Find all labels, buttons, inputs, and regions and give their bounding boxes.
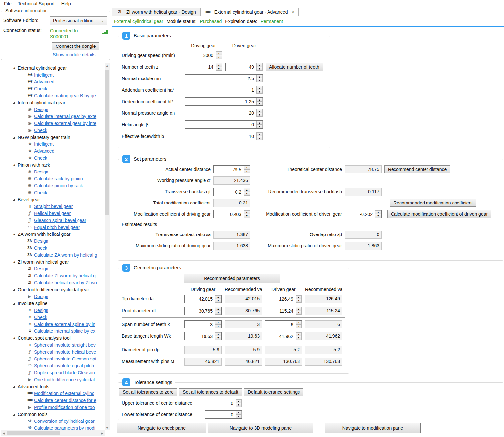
- modification-driving-spinner[interactable]: 0.403▲▼: [213, 210, 250, 218]
- allocate-teeth-button[interactable]: Allocate number of teeth: [266, 63, 323, 71]
- scroll-down-icon[interactable]: ▼: [105, 425, 110, 430]
- tree-item-link-design[interactable]: Design: [34, 266, 48, 271]
- tree-item-link-helical-bevel-gear[interactable]: Helical bevel gear: [34, 211, 71, 216]
- spin-up-icon[interactable]: ▲: [216, 51, 222, 55]
- menu-technical-support[interactable]: Technical Support: [15, 0, 58, 7]
- tree-item-link-check[interactable]: Check: [34, 315, 47, 320]
- collapse-icon[interactable]: ◢: [13, 302, 17, 305]
- collapse-icon[interactable]: ◢: [13, 260, 17, 264]
- tree-item-link-spherical-involute-equal-pitch[interactable]: Spherical involute equal pitch: [34, 363, 94, 368]
- menu-help[interactable]: Help: [58, 0, 74, 7]
- spin-down-icon[interactable]: ▼: [244, 169, 250, 173]
- tree-item-link-intelligent[interactable]: Intelligent: [34, 72, 54, 78]
- spin-up-icon[interactable]: ▲: [256, 63, 263, 67]
- collapse-icon[interactable]: ◢: [13, 198, 17, 201]
- actual-center-distance-spinner[interactable]: 79.5▲▼: [213, 165, 250, 173]
- tree-item-link-check[interactable]: Check: [34, 190, 47, 195]
- tree-item-link-calculate-parameters-by-modi[interactable]: Calculate parameters by modi: [34, 425, 95, 430]
- tree-group-one-tooth-difference-cycloidal-gear[interactable]: ◢One tooth difference cycloidal gear: [1, 286, 104, 293]
- connect-dongle-button[interactable]: Connect the dongle: [52, 42, 99, 50]
- tree-item-link-spherical-involute-straight-bev[interactable]: Spherical involute straight bev: [34, 342, 96, 348]
- set-all-tolerances-to-zero-button[interactable]: Set all tolerances to zero: [119, 388, 177, 396]
- spin-down-icon[interactable]: ▼: [296, 299, 302, 303]
- upper-tolerance-spinner[interactable]: 0▲▼: [205, 399, 242, 407]
- show-module-details-link[interactable]: Show module details: [53, 52, 95, 57]
- tree-group-external-cylindrical-gear[interactable]: ◢External cylindrical gear: [1, 64, 104, 71]
- tree-group-bevel-gear[interactable]: ◢Bevel gear: [1, 196, 104, 203]
- tree-item-link-advanced[interactable]: Advanced: [34, 79, 54, 84]
- tree-item-link-spherical-involute-helical-beve[interactable]: Spherical involute helical beve: [34, 349, 96, 355]
- base-tangent-length-wk-spinner-0[interactable]: 19.63▲▼: [184, 332, 222, 340]
- spin-down-icon[interactable]: ▼: [296, 324, 302, 328]
- facewidth-spinner[interactable]: 10▲▼: [185, 132, 263, 140]
- tree-item-link-design[interactable]: Design: [34, 294, 48, 299]
- span-number-of-teeth-k-spinner-0[interactable]: 3▲▼: [184, 320, 222, 328]
- collapse-icon[interactable]: ◢: [13, 163, 17, 167]
- spin-up-icon[interactable]: ▲: [256, 121, 263, 124]
- default-tolerance-settings-button[interactable]: Default tolerance settings: [244, 388, 303, 396]
- scroll-right-icon[interactable]: ▶: [100, 430, 105, 436]
- spin-down-icon[interactable]: ▼: [256, 90, 263, 94]
- tree-item-link-calculate-zi-worm-by-helical-g[interactable]: Calculate ZI worm by helical g: [34, 273, 96, 278]
- helix-angle-spinner[interactable]: 0▲▼: [185, 120, 263, 129]
- spin-down-icon[interactable]: ▼: [256, 124, 263, 128]
- scroll-up-icon[interactable]: ▲: [105, 63, 110, 68]
- modification-driven-spinner[interactable]: -0.202▲▼: [345, 210, 382, 218]
- close-icon[interactable]: ×: [291, 9, 294, 15]
- scrollbar-thumb[interactable]: [105, 70, 109, 215]
- spin-down-icon[interactable]: ▼: [256, 101, 263, 105]
- tree-item-link-calculate-pinion-by-rack[interactable]: Calculate pinion by rack: [34, 183, 83, 188]
- teeth-driven-spinner[interactable]: 49▲▼: [225, 63, 263, 71]
- tree-item-link-calculate-external-spline-by-in[interactable]: Calculate external spline by in: [34, 322, 95, 327]
- navigate-to-check-pane-button[interactable]: Navigate to check pane: [117, 423, 206, 433]
- tab-zi-worm-design[interactable]: ZI ZI worm with helical gear - Design: [112, 8, 200, 16]
- spin-up-icon[interactable]: ▲: [256, 132, 263, 136]
- navigate-to-modification-pane-button[interactable]: Navigate to modification pane: [325, 423, 421, 433]
- root-diameter-df-spinner-0[interactable]: 30.765▲▼: [184, 307, 222, 315]
- spin-up-icon[interactable]: ▲: [244, 166, 250, 169]
- collapse-icon[interactable]: ◢: [13, 413, 17, 416]
- collapse-icon[interactable]: ◢: [13, 233, 17, 236]
- scroll-left-icon[interactable]: ◀: [1, 430, 6, 436]
- spin-down-icon[interactable]: ▼: [236, 403, 242, 407]
- collapse-icon[interactable]: ◢: [13, 66, 17, 70]
- spin-down-icon[interactable]: ▼: [216, 67, 222, 71]
- tree-group-internal-cylindrical-gear[interactable]: ◢Internal cylindrical gear: [1, 99, 104, 106]
- tree-group-ngw-planetary-gear-train[interactable]: ◢NGW planetary gear train: [1, 134, 104, 140]
- spin-up-icon[interactable]: ▲: [256, 109, 263, 113]
- tree-item-link-equal-pitch-bevel-gear[interactable]: Equal pitch bevel gear: [34, 225, 80, 230]
- lower-tolerance-spinner[interactable]: 0▲▼: [205, 410, 242, 419]
- spin-up-icon[interactable]: ▲: [256, 75, 263, 78]
- spin-down-icon[interactable]: ▼: [215, 311, 221, 315]
- spin-up-icon[interactable]: ▲: [375, 210, 381, 214]
- spin-up-icon[interactable]: ▲: [244, 210, 250, 214]
- spin-down-icon[interactable]: ▼: [216, 55, 222, 59]
- module-spinner[interactable]: 2.5▲▼: [185, 74, 263, 82]
- tree-item-link-design[interactable]: Design: [34, 169, 48, 174]
- base-tangent-length-wk-spinner-2[interactable]: 41.962▲▼: [265, 332, 302, 340]
- spin-down-icon[interactable]: ▼: [296, 311, 302, 315]
- spin-down-icon[interactable]: ▼: [256, 78, 263, 82]
- tree-group-pinion-with-rack[interactable]: ◢Pinion with rack: [1, 161, 104, 168]
- root-diameter-df-spinner-2[interactable]: 115.24▲▼: [265, 307, 302, 315]
- spin-up-icon[interactable]: ▲: [216, 63, 222, 67]
- tab-external-cylindrical-advanced[interactable]: ✱✱ External cylindrical gear - Advanced …: [200, 8, 299, 16]
- tree-item-link-gleason-spiral-bevel-gear[interactable]: Gleason spiral bevel gear: [34, 218, 86, 223]
- transverse-backlash-spinner[interactable]: 0.2▲▼: [213, 188, 250, 196]
- tip-diameter-da-spinner-0[interactable]: 42.015▲▼: [184, 295, 222, 303]
- tree-item-link-calculate-za-worm-by-helical-g[interactable]: Calculate ZA worm by helical g: [34, 252, 97, 258]
- tree-item-link-calculate-mating-gear-b-by-ge[interactable]: Calculate mating gear B by ge: [34, 93, 96, 98]
- recommend-center-distance-button[interactable]: Recommend center distance: [384, 165, 450, 173]
- span-number-of-teeth-k-spinner-2[interactable]: 6▲▼: [265, 320, 302, 328]
- tree-group-common-tools[interactable]: ◢Common tools: [1, 411, 104, 418]
- tree-item-link-check[interactable]: Check: [34, 155, 47, 161]
- spin-up-icon[interactable]: ▲: [296, 307, 302, 311]
- pressure-angle-spinner[interactable]: 20▲▼: [185, 109, 263, 117]
- spin-up-icon[interactable]: ▲: [244, 188, 250, 192]
- spin-up-icon[interactable]: ▲: [256, 98, 263, 101]
- tree-item-link-check[interactable]: Check: [34, 128, 47, 133]
- scrollbar-thumb[interactable]: [7, 431, 60, 435]
- addendum-spinner[interactable]: 1▲▼: [185, 86, 263, 94]
- tree-group-involute-spline[interactable]: ◢Involute spline: [1, 300, 104, 307]
- navigate-to-3d-modeling-pane-button[interactable]: Navigate to 3D modeling pane: [208, 423, 313, 433]
